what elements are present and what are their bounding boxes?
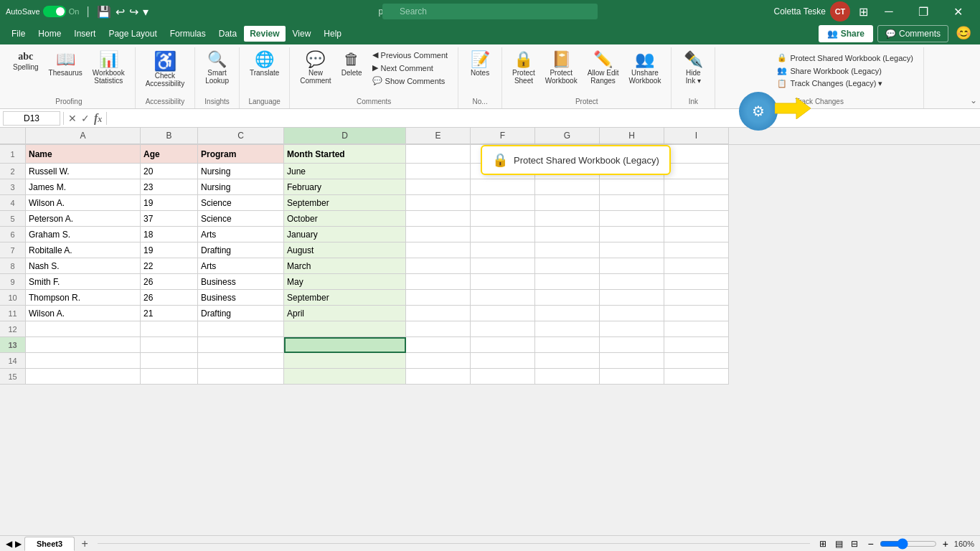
col-header-d[interactable]: D: [284, 128, 406, 144]
cell-i15[interactable]: [664, 369, 729, 385]
cell-b8[interactable]: 22: [141, 258, 198, 274]
track-changes-legacy-button[interactable]: 📋 Track Changes (Legacy) ▾: [773, 77, 918, 90]
save-icon[interactable]: 💾: [97, 5, 111, 19]
cell-h3[interactable]: [600, 179, 664, 195]
cell-a1[interactable]: Name: [26, 145, 141, 164]
cell-d5[interactable]: October: [284, 211, 406, 227]
cell-g8[interactable]: [535, 258, 600, 274]
cell-b3[interactable]: 23: [141, 179, 198, 195]
customize-icon[interactable]: ▾: [143, 5, 149, 19]
cell-c6[interactable]: Arts: [198, 227, 284, 242]
formula-input[interactable]: [110, 113, 977, 123]
cell-h12[interactable]: [600, 321, 664, 337]
cell-h9[interactable]: [600, 274, 664, 290]
minimize-button[interactable]: ─: [872, 0, 905, 23]
cell-b1[interactable]: Age: [141, 145, 198, 164]
autosave-toggle-switch[interactable]: [43, 6, 66, 17]
cell-a13[interactable]: [26, 337, 141, 353]
page-break-view-icon[interactable]: ⊟: [847, 537, 862, 551]
cell-e5[interactable]: [406, 211, 471, 227]
menu-review[interactable]: Review: [244, 26, 285, 42]
share-workbook-legacy-button[interactable]: 👥 Share Workbook (Legacy): [773, 65, 918, 77]
cell-a6[interactable]: Graham S.: [26, 227, 141, 242]
menu-file[interactable]: File: [6, 26, 31, 42]
cell-h8[interactable]: [600, 258, 664, 274]
cell-f15[interactable]: [471, 369, 535, 385]
sheet-tab-sheet3[interactable]: Sheet3: [24, 537, 75, 551]
cell-h10[interactable]: [600, 290, 664, 306]
cell-g7[interactable]: [535, 242, 600, 258]
cell-h11[interactable]: [600, 306, 664, 321]
normal-view-icon[interactable]: ⊞: [816, 537, 830, 551]
protect-shared-wb-button[interactable]: 🔒 Protect Shared Workbook (Legacy): [773, 52, 918, 64]
cell-f10[interactable]: [471, 290, 535, 306]
cell-e3[interactable]: [406, 179, 471, 195]
cell-b14[interactable]: [141, 353, 198, 369]
cell-f9[interactable]: [471, 274, 535, 290]
workbook-stats-button[interactable]: 📊 WorkbookStatistics: [88, 49, 129, 88]
protect-sheet-button[interactable]: 🔒 ProtectSheet: [508, 49, 540, 88]
cell-h13[interactable]: [600, 337, 664, 353]
cell-g6[interactable]: [535, 227, 600, 242]
cell-f5[interactable]: [471, 211, 535, 227]
cell-d2[interactable]: June: [284, 164, 406, 179]
col-header-g[interactable]: G: [535, 128, 600, 144]
search-input[interactable]: [382, 4, 598, 19]
cell-g5[interactable]: [535, 211, 600, 227]
cell-b5[interactable]: 37: [141, 211, 198, 227]
menu-view[interactable]: View: [287, 26, 317, 42]
cell-g12[interactable]: [535, 321, 600, 337]
next-comment-button[interactable]: ▶ Next Comment: [368, 62, 453, 74]
cell-a14[interactable]: [26, 353, 141, 369]
cell-g14[interactable]: [535, 353, 600, 369]
redo-icon[interactable]: ↪: [129, 5, 138, 19]
smart-lookup-button[interactable]: 🔍 SmartLookup: [201, 49, 233, 88]
allow-edit-button[interactable]: ✏️ Allow EditRanges: [583, 49, 623, 88]
cell-c5[interactable]: Science: [198, 211, 284, 227]
cell-b6[interactable]: 18: [141, 227, 198, 242]
cell-c3[interactable]: Nursing: [198, 179, 284, 195]
autosave-toggle[interactable]: AutoSave On: [6, 6, 79, 17]
cell-g3[interactable]: [535, 179, 600, 195]
cell-i2[interactable]: [664, 164, 729, 179]
cell-b12[interactable]: [141, 321, 198, 337]
cell-i1[interactable]: [664, 145, 729, 164]
col-header-c[interactable]: C: [198, 128, 284, 144]
cell-d7[interactable]: August: [284, 242, 406, 258]
cell-i7[interactable]: [664, 242, 729, 258]
page-layout-view-icon[interactable]: ▤: [831, 537, 846, 551]
cell-f3[interactable]: [471, 179, 535, 195]
cell-e2[interactable]: [406, 164, 471, 179]
add-sheet-button[interactable]: +: [77, 537, 92, 551]
cell-e11[interactable]: [406, 306, 471, 321]
cell-i3[interactable]: [664, 179, 729, 195]
notes-button[interactable]: 📝 Notes: [464, 49, 496, 80]
cell-d13[interactable]: [284, 337, 406, 353]
cell-a9[interactable]: Smith F.: [26, 274, 141, 290]
cell-e8[interactable]: [406, 258, 471, 274]
zoom-plus-button[interactable]: +: [943, 538, 948, 550]
cell-b9[interactable]: 26: [141, 274, 198, 290]
cell-h15[interactable]: [600, 369, 664, 385]
cell-c14[interactable]: [198, 353, 284, 369]
cell-a4[interactable]: Wilson A.: [26, 195, 141, 211]
delete-comment-button[interactable]: 🗑 Delete: [337, 49, 367, 80]
cell-i5[interactable]: [664, 211, 729, 227]
cell-g4[interactable]: [535, 195, 600, 211]
prev-sheet-button[interactable]: ◀: [6, 539, 12, 549]
new-comment-button[interactable]: 💬 NewComment: [296, 49, 335, 88]
cell-d8[interactable]: March: [284, 258, 406, 274]
cell-b7[interactable]: 19: [141, 242, 198, 258]
cell-d15[interactable]: [284, 369, 406, 385]
cell-b2[interactable]: 20: [141, 164, 198, 179]
cell-i8[interactable]: [664, 258, 729, 274]
cell-i13[interactable]: [664, 337, 729, 353]
cell-e14[interactable]: [406, 353, 471, 369]
col-header-f[interactable]: F: [471, 128, 535, 144]
zoom-slider[interactable]: [880, 538, 937, 550]
col-header-i[interactable]: I: [664, 128, 729, 144]
user-avatar[interactable]: CT: [830, 1, 850, 22]
cell-a2[interactable]: Russell W.: [26, 164, 141, 179]
cell-g15[interactable]: [535, 369, 600, 385]
zoom-minus-button[interactable]: −: [867, 538, 873, 550]
